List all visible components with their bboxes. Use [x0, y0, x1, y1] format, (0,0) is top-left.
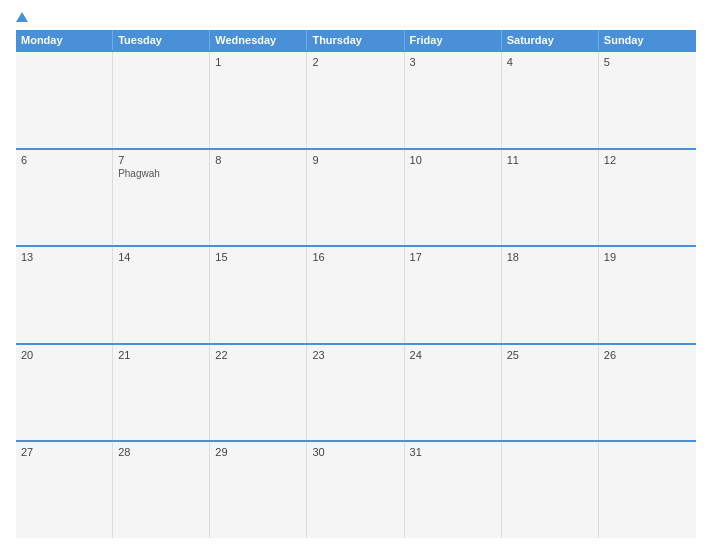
calendar-cell: 11: [502, 150, 599, 246]
day-number: 11: [507, 154, 593, 166]
day-number: 4: [507, 56, 593, 68]
day-number: 22: [215, 349, 301, 361]
calendar-cell: 19: [599, 247, 696, 343]
calendar-cell: 29: [210, 442, 307, 538]
calendar-cell: 5: [599, 52, 696, 148]
calendar-cell: 20: [16, 345, 113, 441]
calendar-cell: 17: [405, 247, 502, 343]
calendar-cell: 15: [210, 247, 307, 343]
calendar-header-tuesday: Tuesday: [113, 30, 210, 50]
calendar-header-row: MondayTuesdayWednesdayThursdayFridaySatu…: [16, 30, 696, 50]
day-number: 29: [215, 446, 301, 458]
calendar-header-wednesday: Wednesday: [210, 30, 307, 50]
calendar-cell: 26: [599, 345, 696, 441]
calendar-week-1: 12345: [16, 50, 696, 148]
calendar-cell: 24: [405, 345, 502, 441]
calendar-cell: 9: [307, 150, 404, 246]
day-number: 14: [118, 251, 204, 263]
day-number: 1: [215, 56, 301, 68]
calendar-cell: 16: [307, 247, 404, 343]
logo-blue-text: [16, 12, 30, 22]
calendar-week-5: 2728293031: [16, 440, 696, 538]
day-number: 2: [312, 56, 398, 68]
calendar-header-friday: Friday: [405, 30, 502, 50]
day-number: 3: [410, 56, 496, 68]
day-number: 16: [312, 251, 398, 263]
calendar-cell: 4: [502, 52, 599, 148]
calendar-cell: 21: [113, 345, 210, 441]
calendar-page: MondayTuesdayWednesdayThursdayFridaySatu…: [0, 0, 712, 550]
day-number: 28: [118, 446, 204, 458]
day-number: 13: [21, 251, 107, 263]
calendar-cell: 25: [502, 345, 599, 441]
page-header: [16, 12, 696, 22]
day-number: 6: [21, 154, 107, 166]
calendar-cell: [599, 442, 696, 538]
day-number: 25: [507, 349, 593, 361]
calendar-week-2: 67Phagwah89101112: [16, 148, 696, 246]
day-number: 5: [604, 56, 691, 68]
day-number: 26: [604, 349, 691, 361]
calendar-cell: 6: [16, 150, 113, 246]
day-number: 9: [312, 154, 398, 166]
calendar-cell: 3: [405, 52, 502, 148]
day-number: 12: [604, 154, 691, 166]
day-number: 10: [410, 154, 496, 166]
calendar: MondayTuesdayWednesdayThursdayFridaySatu…: [16, 30, 696, 538]
calendar-cell: 31: [405, 442, 502, 538]
calendar-cell: 28: [113, 442, 210, 538]
calendar-cell: [16, 52, 113, 148]
day-number: 24: [410, 349, 496, 361]
day-number: 23: [312, 349, 398, 361]
day-number: 30: [312, 446, 398, 458]
calendar-body: 1234567Phagwah89101112131415161718192021…: [16, 50, 696, 538]
day-number: 7: [118, 154, 204, 166]
calendar-cell: 30: [307, 442, 404, 538]
calendar-week-4: 20212223242526: [16, 343, 696, 441]
calendar-week-3: 13141516171819: [16, 245, 696, 343]
logo: [16, 12, 30, 22]
day-number: 31: [410, 446, 496, 458]
logo-triangle-icon: [16, 12, 28, 22]
calendar-cell: 22: [210, 345, 307, 441]
day-number: 8: [215, 154, 301, 166]
calendar-cell: [502, 442, 599, 538]
calendar-cell: 13: [16, 247, 113, 343]
day-number: 17: [410, 251, 496, 263]
calendar-header-thursday: Thursday: [307, 30, 404, 50]
day-number: 19: [604, 251, 691, 263]
calendar-cell: [113, 52, 210, 148]
calendar-cell: 8: [210, 150, 307, 246]
calendar-cell: 14: [113, 247, 210, 343]
calendar-header-sunday: Sunday: [599, 30, 696, 50]
day-number: 18: [507, 251, 593, 263]
calendar-cell: 18: [502, 247, 599, 343]
calendar-cell: 7Phagwah: [113, 150, 210, 246]
day-number: 27: [21, 446, 107, 458]
calendar-header-saturday: Saturday: [502, 30, 599, 50]
calendar-cell: 2: [307, 52, 404, 148]
calendar-cell: 1: [210, 52, 307, 148]
day-number: 21: [118, 349, 204, 361]
calendar-cell: 23: [307, 345, 404, 441]
calendar-cell: 27: [16, 442, 113, 538]
event-label: Phagwah: [118, 168, 204, 179]
day-number: 15: [215, 251, 301, 263]
day-number: 20: [21, 349, 107, 361]
calendar-header-monday: Monday: [16, 30, 113, 50]
calendar-cell: 10: [405, 150, 502, 246]
calendar-cell: 12: [599, 150, 696, 246]
